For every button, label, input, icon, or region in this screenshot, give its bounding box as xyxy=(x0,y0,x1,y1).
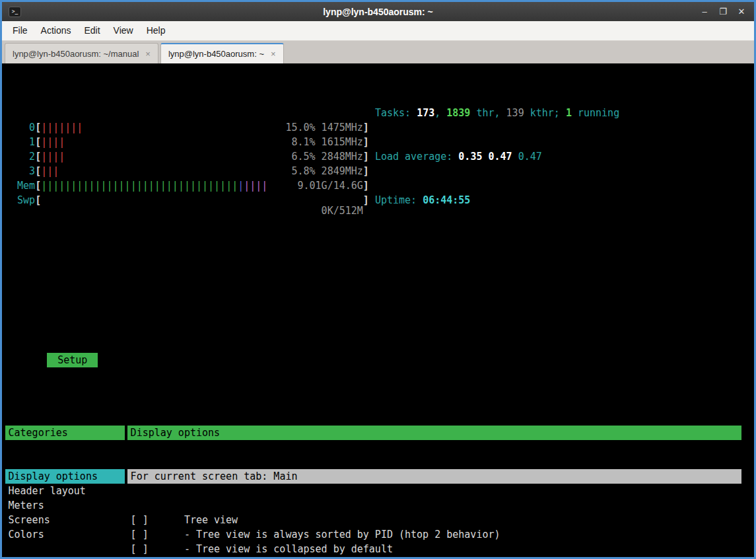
option-label: Tree view xyxy=(184,514,238,526)
meter-bar-segment: | xyxy=(238,180,244,192)
minimize-button[interactable]: – xyxy=(697,5,712,19)
tab-close-icon[interactable]: × xyxy=(271,49,276,59)
kthreads-count: 139 xyxy=(506,107,524,119)
terminal-icon: >_ xyxy=(9,7,21,17)
meter-bar-segment: ||| xyxy=(41,165,59,177)
meter-bar-segment: ||||||| xyxy=(41,122,83,133)
uptime-value: 06:44:55 xyxy=(423,194,470,206)
setup-panels: Categories Display optionsHeader layoutM… xyxy=(5,396,751,557)
meter-label: 1 xyxy=(5,135,35,149)
load-label: Load average: xyxy=(375,151,458,163)
setup-tab: Setup xyxy=(47,353,98,367)
meter-bar-area: ||||||||||||||||||||||||||||||||||||||9.… xyxy=(41,178,363,193)
options-section-label: Global options: xyxy=(127,556,741,557)
threads-label: thr, xyxy=(470,107,506,119)
meter-bar-segment: ||||||||||||||||||||||||||||||||| xyxy=(41,180,238,192)
meter-value: 6.5% 2848MHz xyxy=(291,149,362,164)
meter-label: 2 xyxy=(5,149,35,164)
category-item[interactable]: Meters xyxy=(5,498,125,513)
tab-bar: lynp@lyn-b450aorusm: ~/manual×lynp@lyn-b… xyxy=(2,41,754,63)
option-checkbox[interactable]: [ ] xyxy=(131,543,149,555)
meter-label: Mem xyxy=(5,178,35,193)
uptime-label: Uptime: xyxy=(375,194,423,206)
terminal-window: >_ lynp@lyn-b450aorusm: ~ – ❐ ✕ FileActi… xyxy=(0,0,756,559)
menu-item-actions[interactable]: Actions xyxy=(34,21,78,40)
categories-header: Categories xyxy=(5,426,125,440)
threads-count: 1839 xyxy=(446,107,470,119)
category-list: Display optionsHeader layoutMetersScreen… xyxy=(5,469,125,542)
option-row[interactable]: [ ]- Tree view is always sorted by PID (… xyxy=(127,527,741,542)
window-title: lynp@lyn-b450aorusm: ~ xyxy=(2,7,754,17)
option-row[interactable]: [ ]Tree view xyxy=(127,513,741,527)
header-stats: Tasks: 173, 1839 thr, 139 kthr; 1 runnin… xyxy=(375,77,619,237)
tasks-separator: , xyxy=(434,107,446,119)
meter-bar-segment: |||| xyxy=(41,151,65,163)
meter-label: Swp xyxy=(5,193,35,207)
category-item[interactable]: Screens xyxy=(5,513,125,527)
load-one-minute: 0.35 xyxy=(458,151,482,163)
category-item[interactable]: Colors xyxy=(5,527,125,542)
menu-item-file[interactable]: File xyxy=(6,21,34,40)
option-label: - Tree view is collapsed by default xyxy=(184,543,393,555)
options-header: Display options xyxy=(127,426,741,440)
tab-close-icon[interactable]: × xyxy=(145,49,151,59)
tasks-line: Tasks: 173, 1839 thr, 139 kthr; 1 runnin… xyxy=(375,106,619,120)
uptime-line: Uptime: 06:44:55 xyxy=(375,193,619,207)
meter-bar-area: |||||||15.0% 1475MHz xyxy=(41,120,363,135)
tab-title: lynp@lyn-b450aorusm: ~/manual xyxy=(13,49,139,59)
meter-bar-area: ||||8.1% 1615MHz xyxy=(41,135,363,149)
load-five-minute: 0.47 xyxy=(488,151,512,163)
option-label: - Tree view is always sorted by PID (hto… xyxy=(184,529,500,540)
meter-value: 15.0% 1475MHz xyxy=(285,120,362,135)
load-average-line: Load average: 0.350.470.47 xyxy=(375,149,619,164)
menu-item-help[interactable]: Help xyxy=(140,21,172,40)
running-count: 1 xyxy=(566,107,572,119)
kthreads-label: kthr; xyxy=(524,107,566,119)
option-list: [ ]Tree view[ ]- Tree view is always sor… xyxy=(127,513,741,557)
close-button[interactable]: ✕ xyxy=(734,5,749,19)
display-options-panel: Display options For current screen tab: … xyxy=(127,396,741,557)
meter-bar-area: ||||6.5% 2848MHz xyxy=(41,149,363,164)
window-controls: – ❐ ✕ xyxy=(697,5,749,19)
meter-bar-segment: |||| xyxy=(244,180,267,192)
meter-value: 9.01G/14.6G xyxy=(297,178,362,193)
tasks-label: Tasks: xyxy=(375,107,417,119)
options-subheader: For current screen tab: Main xyxy=(127,469,741,484)
menu-bar: FileActionsEditViewHelp xyxy=(2,21,754,41)
categories-panel: Categories Display optionsHeader layoutM… xyxy=(5,396,125,557)
option-row[interactable]: [ ]- Tree view is collapsed by default xyxy=(127,542,741,556)
meter-value: 5.8% 2849MHz xyxy=(291,164,362,178)
load-fifteen-minute: 0.47 xyxy=(518,151,542,163)
meter-bar-segment: |||| xyxy=(41,136,65,148)
menu-item-view[interactable]: View xyxy=(107,21,140,40)
tab-title: lynp@lyn-b450aorusm: ~ xyxy=(168,49,264,59)
category-item[interactable]: Header layout xyxy=(5,484,125,498)
meter-bar-area: |||5.8% 2849MHz xyxy=(41,164,363,178)
title-bar[interactable]: >_ lynp@lyn-b450aorusm: ~ – ❐ ✕ xyxy=(2,2,754,21)
meter-label: 0 xyxy=(5,120,35,135)
category-item[interactable]: Display options xyxy=(5,469,125,484)
terminal-tab-1[interactable]: lynp@lyn-b450aorusm: ~/manual× xyxy=(5,43,158,63)
restore-button[interactable]: ❐ xyxy=(716,5,730,19)
menu-item-edit[interactable]: Edit xyxy=(77,21,106,40)
spacer-row xyxy=(5,280,751,295)
tasks-count: 173 xyxy=(417,107,434,119)
terminal-screen[interactable]: 0[|||||||15.0% 1475MHz]1[||||8.1% 1615MH… xyxy=(2,63,754,557)
meter-value: 8.1% 1615MHz xyxy=(291,135,362,149)
setup-tab-row: Setup xyxy=(5,338,751,353)
running-label: running xyxy=(572,107,619,119)
meter-value: 0K/512M xyxy=(322,204,363,218)
option-checkbox[interactable]: [ ] xyxy=(131,529,149,540)
option-checkbox[interactable]: [ ] xyxy=(131,514,149,526)
terminal-tab-2[interactable]: lynp@lyn-b450aorusm: ~× xyxy=(160,43,284,63)
meter-label: 3 xyxy=(5,164,35,178)
